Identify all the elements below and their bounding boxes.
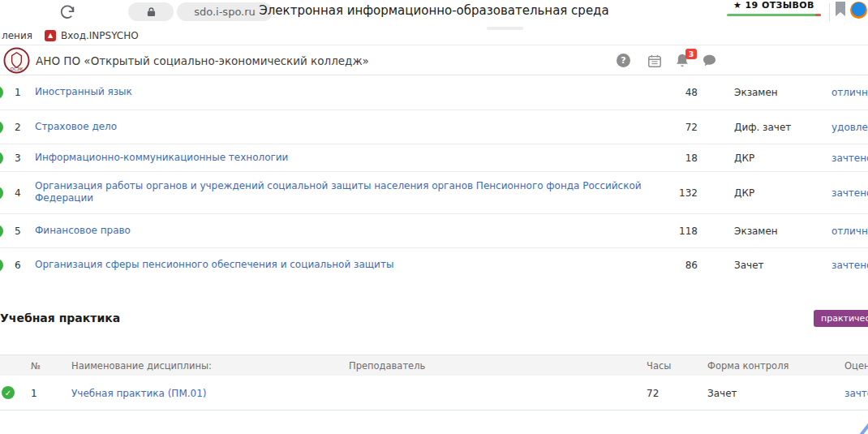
control-form: ДКР <box>734 153 754 164</box>
discipline-link[interactable]: Страховое дело <box>35 121 647 134</box>
grade-link[interactable]: зачтено <box>831 260 868 271</box>
col-header-num: № <box>31 355 41 376</box>
completed-check-icon: ✓ <box>0 152 3 165</box>
bookmark-label: Вход.INPSYCHO <box>61 30 139 41</box>
hours-value: 86 <box>649 260 698 271</box>
completed-check-icon: ✓ <box>0 86 3 99</box>
control-form: Диф. зачет <box>734 122 791 133</box>
bookmark-item-inpsycho[interactable]: ▲ Вход.INPSYCHO <box>45 26 139 45</box>
practice-table-header: № Наименование дисциплины: Преподаватель… <box>0 355 868 376</box>
bookmark-item-cut[interactable]: ления <box>2 26 32 45</box>
chat-icon[interactable] <box>703 45 716 75</box>
bookmarks-bar: ления ▲ Вход.INPSYCHO <box>0 26 868 45</box>
calendar-icon[interactable] <box>647 45 662 75</box>
completed-check-icon: ✓ <box>0 225 3 238</box>
profile-avatar[interactable] <box>850 2 867 19</box>
site-header: ОСЭК АНО ПО «Открытый социально-экономич… <box>0 45 868 75</box>
row-number: 1 <box>15 87 31 98</box>
row-number: 5 <box>15 226 31 237</box>
toolbar-divider <box>829 3 830 21</box>
hours-value: 72 <box>649 122 698 133</box>
table-row: ✓ 4 Организация работы органов и учрежде… <box>0 172 868 214</box>
row-number: 2 <box>15 122 31 133</box>
hours-value: 18 <box>649 153 698 164</box>
practice-link[interactable]: Учебная практика (ПМ.01) <box>71 376 207 410</box>
horizontal-scrollbar-thumb[interactable] <box>487 27 523 30</box>
hours-value: 118 <box>649 226 698 237</box>
practice-table-row: ✓ 1 Учебная практика (ПМ.01) 72 Зачет за… <box>0 376 868 410</box>
reviews-extension-button[interactable]: ★ 19 ОТЗЫВОВ <box>727 0 821 16</box>
section-title: Учебная практика <box>0 312 120 324</box>
hours-value: 48 <box>649 87 698 98</box>
grade-link[interactable]: зачтено <box>831 153 868 164</box>
notification-count-badge: 3 <box>685 49 697 59</box>
col-header-control: Форма контроля <box>707 355 789 376</box>
control-form: ДКР <box>734 187 754 199</box>
control-form: Зачет <box>707 376 737 410</box>
hours-value: 132 <box>649 187 698 199</box>
row-number: 6 <box>15 260 31 271</box>
grade-link[interactable]: зачтено <box>844 376 868 410</box>
grades-table: ✓ 1 Иностранный язык 48 Экзамен отлично … <box>0 75 868 282</box>
bookmark-icon[interactable] <box>835 1 846 20</box>
reviews-label: ★ 19 ОТЗЫВОВ <box>727 0 821 11</box>
college-logo[interactable]: ОСЭК <box>3 47 30 74</box>
grade-link[interactable]: удовлетворительно <box>831 122 868 133</box>
grade-link[interactable]: зачтено <box>831 187 868 199</box>
inpsycho-favicon: ▲ <box>45 30 56 41</box>
reviews-rating-bar <box>727 14 821 16</box>
floating-widget-sliver[interactable] <box>857 421 868 434</box>
control-form: Экзамен <box>734 87 778 98</box>
col-header-grade: Оценка <box>844 355 868 376</box>
control-form: Зачет <box>734 260 764 271</box>
table-row: ✓ 1 Иностранный язык 48 Экзамен отлично <box>0 75 868 110</box>
grade-link[interactable]: отлично <box>831 226 868 237</box>
row-number: 1 <box>31 376 37 410</box>
col-header-teacher: Преподаватель <box>349 355 425 376</box>
completed-check-icon: ✓ <box>0 121 3 134</box>
discipline-link[interactable]: Иностранный язык <box>35 86 647 99</box>
table-row: ✓ 6 Организация сферы пенсионного обеспе… <box>0 248 868 282</box>
completed-check-icon: ✓ <box>0 259 3 272</box>
table-row: ✓ 2 Страховое дело 72 Диф. зачет удовлет… <box>0 110 868 144</box>
logo-text: ОСЭК <box>11 67 24 71</box>
org-name: АНО ПО «Открытый социально-экономический… <box>36 45 369 75</box>
completed-check-icon: ✓ <box>0 187 3 200</box>
bookmark-label: ления <box>2 30 32 41</box>
discipline-link[interactable]: Организация сферы пенсионного обеспечени… <box>35 259 647 272</box>
practice-type-badge: практическое <box>814 310 868 327</box>
control-form: Экзамен <box>734 226 778 237</box>
discipline-link[interactable]: Информационно-коммуникационные технологи… <box>35 152 647 165</box>
completed-check-icon: ✓ <box>2 386 15 399</box>
browser-toolbar: sdo.i-spo.ru Электронная информационно-о… <box>0 0 868 26</box>
row-number: 4 <box>15 187 31 199</box>
table-row: ✓ 5 Финансовое право 118 Экзамен отлично <box>0 214 868 248</box>
grade-link[interactable]: отлично <box>831 87 868 98</box>
discipline-link[interactable]: Организация работы органов и учреждений … <box>35 180 647 205</box>
row-number: 3 <box>15 153 31 164</box>
discipline-link[interactable]: Финансовое право <box>35 225 647 238</box>
table-row: ✓ 3 Информационно-коммуникационные техно… <box>0 144 868 172</box>
col-header-hours: Часы <box>647 355 671 376</box>
hours-value: 72 <box>647 376 659 410</box>
help-icon[interactable]: ? <box>617 45 630 75</box>
col-header-name: Наименование дисциплины: <box>71 355 212 376</box>
